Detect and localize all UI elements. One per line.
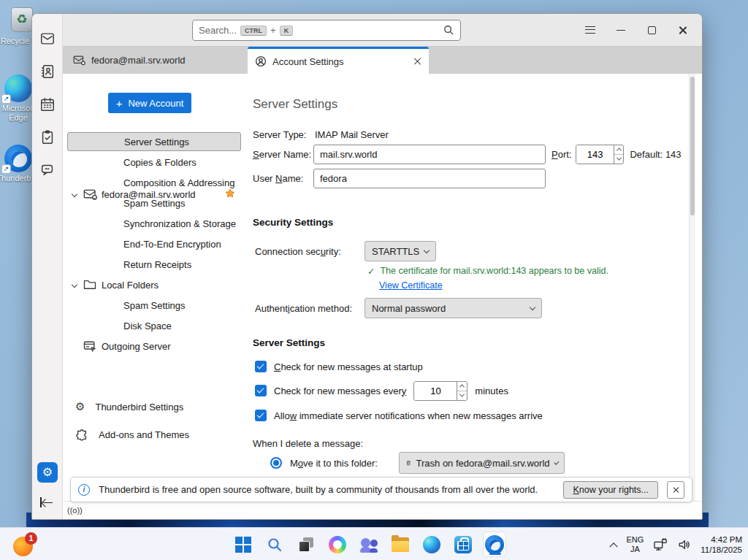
edge-button[interactable] [420,532,443,557]
task-view-button[interactable] [294,532,318,557]
thunderbird-taskbar-button[interactable] [483,532,506,557]
chat-icon [39,162,56,178]
mail-space-button[interactable] [39,30,56,47]
user-name-input[interactable] [313,169,546,188]
speaker-icon [677,538,691,551]
content-scrollbar[interactable] [689,74,695,501]
server-settings-panel: Server Settings Server Type: IMAP Mail S… [245,74,695,501]
port-spinner [576,145,624,164]
tray-chevron-up-icon[interactable] [610,542,618,551]
close-window-button[interactable] [667,19,698,41]
sidebar-item-composition-addressing[interactable]: Composition & Addressing [63,173,245,192]
sidebar-item-thunderbird-settings[interactable]: ⚙ Thunderbird Settings [63,396,245,417]
tab-mail-account[interactable]: fedora@mail.srv.world [66,47,245,74]
chevron-down-icon [72,282,77,288]
ctrl-keycap: CTRL [240,26,267,36]
search-input[interactable]: Search... CTRL + K [192,20,461,41]
widgets-button[interactable]: 1 [12,532,41,557]
windows-start-icon [235,537,251,553]
tab-close-button[interactable] [413,57,421,66]
copilot-button[interactable] [326,532,349,557]
allow-notifications-label: Allow immediate server notifications whe… [274,410,543,421]
sidebar-item-disk-space[interactable]: Disk Space [63,316,245,335]
tasks-space-button[interactable] [39,129,56,146]
calendar-icon [39,96,56,112]
title-bar: Search... CTRL + K [32,14,702,47]
minutes-increment-button[interactable] [457,382,467,391]
move-to-folder-radio[interactable] [270,457,282,469]
sidebar-item-addons-themes[interactable]: Add-ons and Themes [63,424,245,445]
connection-security-dropdown[interactable]: STARTTLS [365,241,436,261]
check-startup-label: Check for new messages at startup [274,361,423,372]
minutes-decrement-button[interactable] [457,391,467,400]
chat-space-button[interactable] [39,161,56,179]
server-type-label: Server Type: [253,129,315,140]
minutes-suffix: minutes [475,386,508,396]
network-tray-button[interactable] [653,538,668,551]
network-activity-icon: ((o)) [67,506,83,515]
sidebar-item-spam-settings[interactable]: Spam Settings [63,193,245,212]
notification-close-button[interactable] [667,481,684,499]
chevron-down-icon [424,247,430,253]
tab-label: Account Settings [272,56,344,67]
move-to-folder-label: Move it to this folder: [290,458,391,469]
search-icon [443,25,454,36]
edge-icon [423,536,440,553]
copilot-icon [329,536,346,553]
folder-icon [83,279,96,290]
app-menu-button[interactable] [575,19,606,41]
language-indicator[interactable]: ENG JA [626,535,644,554]
sidebar-item-return-receipts[interactable]: Return Receipts [63,255,245,274]
scrollbar-thumb[interactable] [690,77,695,215]
volume-tray-button[interactable] [677,538,691,551]
chevron-down-icon [554,459,559,464]
sidebar-item-copies-folders[interactable]: Copies & Folders [63,153,245,172]
minutes-input[interactable] [414,382,457,400]
server-settings-heading: Server Settings [253,337,325,348]
store-button[interactable] [451,532,475,557]
port-increment-button[interactable] [614,145,624,154]
port-input[interactable] [576,145,613,164]
settings-space-button[interactable]: ⚙ [37,462,58,483]
maximize-icon [648,26,656,34]
maximize-button[interactable] [636,19,667,41]
port-default-text: Default: 143 [630,149,681,160]
allow-notifications-checkbox[interactable] [255,410,267,421]
sidebar-item-local-folders[interactable]: Local Folders [63,275,245,294]
teams-button[interactable] [357,532,381,557]
connection-security-label: Connection security: [255,246,365,257]
auth-method-dropdown[interactable]: Normal password [365,298,542,318]
file-explorer-button[interactable] [389,532,412,557]
know-your-rights-button[interactable]: Know your rights... [563,481,658,499]
trash-folder-dropdown[interactable]: Trash on fedora@mail.srv.world [399,452,565,474]
calendar-space-button[interactable] [39,96,56,113]
sidebar-item-server-settings-selected[interactable]: Server Settings [67,132,241,151]
tab-account-settings[interactable]: Account Settings [248,47,429,74]
collapse-spaces-button[interactable] [39,496,56,510]
address-book-space-button[interactable] [39,63,56,80]
sidebar-item-outgoing-server[interactable]: Outgoing Server [63,337,245,356]
port-decrement-button[interactable] [614,154,624,164]
shortcut-arrow-icon: ↗ [1,164,11,174]
start-button[interactable] [232,532,255,557]
hamburger-icon [585,26,595,34]
server-type-value: IMAP Mail Server [315,129,389,140]
clock[interactable]: 4:42 PM 11/18/2025 [701,534,742,555]
trash-icon [406,458,411,468]
taskbar: 1 ENG JA 4:42 PM 11/18/2025 [0,527,748,560]
minimize-button[interactable] [606,19,636,41]
settings-sidebar: + New Account fedora@mail.srv.world Serv… [63,74,245,501]
search-icon [267,537,282,552]
check-startup-checkbox[interactable] [255,361,267,372]
taskbar-search-button[interactable] [263,532,286,557]
sidebar-item-sync-storage[interactable]: Synchronization & Storage [63,214,245,233]
check-every-checkbox[interactable] [255,385,267,396]
sidebar-item-e2e-encryption[interactable]: End-To-End Encryption [63,234,245,253]
mail-tab-icon [73,55,85,66]
server-name-input[interactable] [313,145,546,164]
sidebar-item-local-spam-settings[interactable]: Spam Settings [63,296,245,315]
new-account-button[interactable]: + New Account [108,93,191,113]
view-certificate-link[interactable]: View Certificate [379,280,443,291]
user-name-label: User Name: [253,173,313,184]
thunderbird-icon [485,535,504,554]
